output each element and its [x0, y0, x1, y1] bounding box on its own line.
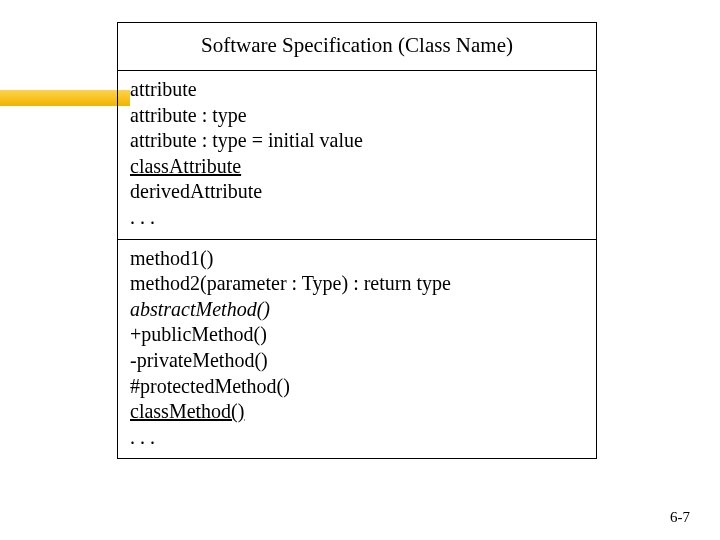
attribute-line: attribute: [130, 77, 584, 103]
class-attribute-line: classAttribute: [130, 154, 584, 180]
accent-bar: [0, 90, 130, 106]
protected-method-line: #protectedMethod(): [130, 374, 584, 400]
class-name: Software Specification (Class Name): [201, 33, 513, 57]
public-method-line: +publicMethod(): [130, 322, 584, 348]
slide-page: Software Specification (Class Name) attr…: [0, 0, 720, 540]
abstract-method-line: abstractMethod(): [130, 297, 584, 323]
ellipsis-line: . . .: [130, 205, 584, 231]
attribute-line: attribute : type = initial value: [130, 128, 584, 154]
ellipsis-line: . . .: [130, 425, 584, 451]
method-line: method1(): [130, 246, 584, 272]
derived-attribute-line: derivedAttribute: [130, 179, 584, 205]
attribute-line: attribute : type: [130, 103, 584, 129]
class-name-compartment: Software Specification (Class Name): [118, 23, 596, 71]
methods-compartment: method1() method2(parameter : Type) : re…: [118, 240, 596, 459]
class-method-line: classMethod(): [130, 399, 584, 425]
private-method-line: -privateMethod(): [130, 348, 584, 374]
uml-class-box: Software Specification (Class Name) attr…: [117, 22, 597, 459]
page-number: 6-7: [670, 509, 690, 526]
method-line: method2(parameter : Type) : return type: [130, 271, 584, 297]
attributes-compartment: attribute attribute : type attribute : t…: [118, 71, 596, 240]
